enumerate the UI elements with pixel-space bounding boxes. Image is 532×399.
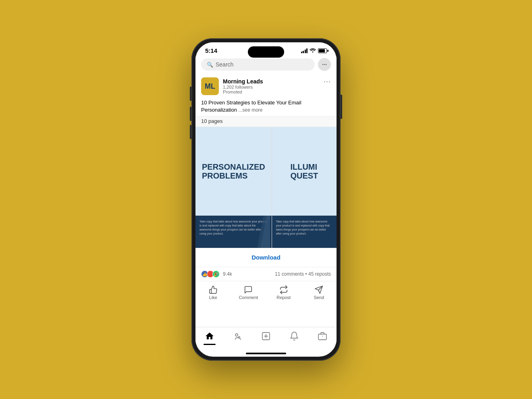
dynamic-island <box>248 46 284 58</box>
volume-up-button <box>190 107 191 121</box>
reactions-count: 9.4k <box>223 271 232 277</box>
author-name[interactable]: Morning Leads <box>223 78 263 85</box>
search-placeholder: Search <box>216 61 233 68</box>
svg-point-7 <box>235 334 238 336</box>
wifi-icon <box>310 48 316 54</box>
see-more-link[interactable]: ...see more <box>239 107 263 113</box>
comments-count: 11 comments <box>275 271 304 277</box>
comment-button[interactable]: Comment <box>231 283 266 302</box>
add-icon <box>261 331 271 341</box>
post-pages-info: 10 pages <box>195 116 337 127</box>
app-content: 🔍 Search ML <box>195 56 337 350</box>
post-menu-button[interactable]: ··· <box>324 77 331 86</box>
doc-title-2: ILLUMIQUEST <box>290 162 318 180</box>
doc-top-1: PERSONALIZEDPROBLEMS <box>195 127 272 216</box>
messaging-button[interactable] <box>318 58 331 71</box>
like-icon <box>209 285 218 294</box>
phone-device: 5:14 <box>191 38 341 361</box>
battery-icon <box>318 48 327 53</box>
post-header: ML Morning Leads 1,202 followers Promote… <box>195 73 337 98</box>
svg-point-2 <box>326 64 326 65</box>
signal-bars <box>301 48 308 53</box>
send-button[interactable]: Send <box>301 283 337 302</box>
repost-icon <box>279 285 288 294</box>
reactions-right: 11 comments • 45 reposts <box>275 271 331 277</box>
separator: • <box>305 271 308 277</box>
status-icons <box>301 48 327 54</box>
reactions-bar: 👍 ❤️ 🎉 9.4k 11 comments • 45 reposts <box>195 267 337 281</box>
briefcase-icon <box>318 331 327 341</box>
download-label: Download <box>251 254 281 261</box>
author-avatar: ML <box>201 77 219 95</box>
search-icon: 🔍 <box>207 62 213 68</box>
svg-point-1 <box>324 64 325 65</box>
doc-title-1: PERSONALIZEDPROBLEMS <box>202 162 265 180</box>
search-bar[interactable]: 🔍 Search <box>201 58 315 71</box>
doc-top-2: ILLUMIQUEST <box>272 127 337 216</box>
send-icon <box>314 285 323 294</box>
nav-home[interactable] <box>195 330 224 343</box>
doc-bottom-1: Take copy that talks about how awesome y… <box>195 216 272 248</box>
post-text: 10 Proven Strategies to Elevate Your Ema… <box>195 98 337 116</box>
status-bar: 5:14 <box>195 42 337 56</box>
search-bar-container: 🔍 Search <box>195 56 337 73</box>
document-preview[interactable]: PERSONALIZEDPROBLEMS Take copy that talk… <box>195 127 337 248</box>
like-button[interactable]: Like <box>195 283 231 302</box>
reaction-emojis: 👍 ❤️ 🎉 <box>201 270 218 278</box>
avatar-letters: ML <box>205 82 215 91</box>
author-followers: 1,202 followers <box>223 85 263 89</box>
post-container: ML Morning Leads 1,202 followers Promote… <box>195 73 337 327</box>
like-label: Like <box>209 295 217 300</box>
repost-button[interactable]: Repost <box>266 283 301 302</box>
doc-diagonal-1 <box>256 216 272 248</box>
bottom-nav <box>195 327 337 350</box>
reactions-left: 👍 ❤️ 🎉 9.4k <box>201 270 232 278</box>
bell-icon <box>289 331 299 341</box>
nav-jobs[interactable] <box>308 330 337 343</box>
repost-label: Repost <box>276 295 291 300</box>
comment-icon <box>244 285 253 294</box>
action-buttons: Like Comment <box>195 281 337 304</box>
emoji-celebrate: 🎉 <box>212 270 220 278</box>
nav-network[interactable] <box>224 330 252 343</box>
doc-page-2: ILLUMIQUEST Take copy that talks about h… <box>272 127 337 248</box>
nav-post[interactable] <box>252 330 280 343</box>
author-info: Morning Leads 1,202 followers Promoted <box>223 78 263 94</box>
post-author: ML Morning Leads 1,202 followers Promote… <box>201 77 263 95</box>
doc-page-1: PERSONALIZEDPROBLEMS Take copy that talk… <box>195 127 272 248</box>
doc-bottom-2: Take copy that talks about how awesome y… <box>272 216 337 248</box>
home-icon <box>205 331 214 341</box>
reposts-count: 45 reposts <box>308 271 331 277</box>
svg-rect-12 <box>318 334 326 340</box>
phone-screen: 5:14 <box>195 42 337 357</box>
svg-point-0 <box>322 64 323 65</box>
download-button[interactable]: Download <box>195 248 337 267</box>
send-label: Send <box>314 295 324 300</box>
doc-body-text-2: Take copy that talks about how awesome y… <box>276 220 332 235</box>
author-promoted: Promoted <box>223 89 263 94</box>
comment-label: Comment <box>239 295 258 300</box>
home-indicator <box>246 353 286 354</box>
nav-notifications[interactable] <box>280 330 308 343</box>
status-time: 5:14 <box>205 47 217 54</box>
volume-down-button <box>190 125 191 139</box>
network-icon <box>233 331 243 341</box>
